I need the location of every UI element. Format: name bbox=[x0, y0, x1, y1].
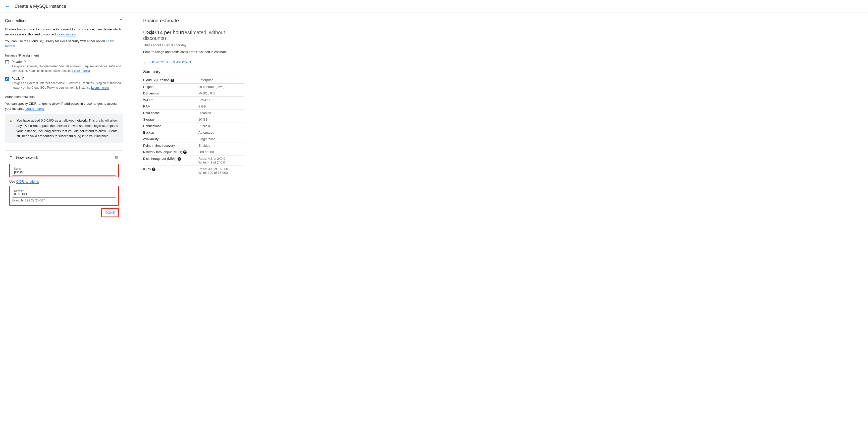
summary-row: Data cacheDisabled bbox=[143, 110, 244, 116]
help-icon[interactable]: ? bbox=[183, 150, 187, 154]
summary-key: DB version bbox=[143, 90, 198, 96]
external-link-icon: ⧉ bbox=[13, 45, 15, 48]
learn-more-link-4[interactable]: Learn more⧉ bbox=[91, 86, 109, 90]
summary-row: Disk throughput (MB/s)?Read: 4.8 of 240.… bbox=[143, 155, 244, 166]
show-cost-breakdown[interactable]: ⌄ SHOW COST BREAKDOWN bbox=[143, 60, 244, 65]
summary-value: MySQL 8.0 bbox=[198, 90, 244, 96]
warning-text: You have added 0.0.0.0/0 as an allowed n… bbox=[17, 118, 119, 139]
cidr-notation-link[interactable]: CIDR notation⧉ bbox=[16, 180, 39, 184]
summary-key: IOPS? bbox=[143, 166, 198, 176]
summary-value: us-central1 (Iowa) bbox=[198, 83, 244, 90]
cidr-text: Use CIDR notation⧉ bbox=[9, 180, 119, 183]
external-link-icon: ⧉ bbox=[107, 86, 109, 89]
warning-icon: ▲ bbox=[9, 119, 12, 123]
external-link-icon: ⧉ bbox=[37, 180, 39, 183]
content: Connections ⌃ Choose how you want your s… bbox=[0, 13, 868, 226]
summary-key: Network throughput (MB/s)? bbox=[143, 149, 198, 155]
new-network-header: ⌃ New network 🗑 bbox=[9, 155, 119, 160]
feature-note: Feature usage and traffic costs aren't i… bbox=[143, 50, 244, 54]
summary-row: DB versionMySQL 8.0 bbox=[143, 90, 244, 96]
back-arrow-icon[interactable]: ← bbox=[5, 3, 10, 9]
left-panel: Connections ⌃ Choose how you want your s… bbox=[5, 18, 123, 221]
summary-row: AvailabilitySingle zone bbox=[143, 135, 244, 142]
auth-networks-title: Authorised networks bbox=[5, 95, 123, 99]
page-title: Create a MySQL instance bbox=[14, 4, 66, 9]
private-ip-checkbox[interactable] bbox=[5, 60, 9, 64]
summary-key: vCPUs bbox=[143, 96, 198, 103]
summary-key: Availability bbox=[143, 135, 198, 142]
summary-value: Disabled bbox=[198, 110, 244, 116]
help-icon[interactable]: ? bbox=[152, 167, 155, 171]
connections-desc-2: You can use the Cloud SQL Proxy for extr… bbox=[5, 39, 123, 49]
summary-key: Point-in-time recovery bbox=[143, 142, 198, 149]
warning-box: ▲ You have added 0.0.0.0/0 as an allowed… bbox=[5, 114, 123, 143]
summary-row: BackupAutomated bbox=[143, 129, 244, 135]
connections-desc-1: Choose how you want your source to conne… bbox=[5, 27, 123, 37]
private-ip-label: Private IP bbox=[11, 60, 123, 64]
private-ip-row: Private IP Assigns an internal, Google-h… bbox=[5, 60, 123, 73]
summary-row: RAM8 GB bbox=[143, 103, 244, 110]
page-header: ← Create a MySQL instance bbox=[0, 0, 868, 13]
new-network-card: ⌃ New network 🗑 Name Use CIDR notation⧉ … bbox=[5, 150, 123, 221]
network-example: Example: 199.27.25.0/24 bbox=[12, 199, 116, 202]
external-link-icon: ⧉ bbox=[74, 33, 76, 36]
summary-key: Connections bbox=[143, 123, 198, 129]
ip-assignment-title: Instance IP assignment bbox=[5, 54, 123, 57]
summary-key: Region bbox=[143, 83, 198, 90]
summary-table: Cloud SQL edition?EnterpriseRegionus-cen… bbox=[143, 77, 244, 176]
summary-row: IOPS?Read: 300 of 15,000Write: 300 of 15… bbox=[143, 166, 244, 176]
summary-key: Cloud SQL edition? bbox=[143, 77, 198, 84]
summary-value: Read: 300 of 15,000Write: 300 of 15,000 bbox=[198, 166, 244, 176]
name-input[interactable] bbox=[14, 170, 114, 174]
chevron-down-icon: ⌄ bbox=[143, 60, 147, 65]
summary-key: Data cache bbox=[143, 110, 198, 116]
pricing-title: Pricing estimate bbox=[143, 18, 244, 24]
right-panel: Pricing estimate US$0.14 per hour(estima… bbox=[143, 18, 244, 221]
summary-row: Storage10 GB bbox=[143, 116, 244, 123]
summary-row: ConnectionsPublic IP bbox=[143, 123, 244, 129]
summary-value: Enabled bbox=[198, 142, 244, 149]
summary-value: Read: 4.8 of 240.0Write: 4.8 of 240.0 bbox=[198, 155, 244, 166]
done-button[interactable]: DONE bbox=[101, 208, 119, 217]
summary-key: Storage bbox=[143, 116, 198, 123]
trash-icon[interactable]: 🗑 bbox=[115, 155, 119, 160]
summary-row: Point-in-time recoveryEnabled bbox=[143, 142, 244, 149]
private-ip-desc: Assigns an internal, Google-hosted VPC I… bbox=[11, 64, 123, 73]
learn-more-link-5[interactable]: Learn more⧉ bbox=[25, 107, 44, 111]
summary-row: Regionus-central1 (Iowa) bbox=[143, 83, 244, 90]
summary-value: 500 of 500 bbox=[198, 149, 244, 155]
connections-title: Connections bbox=[5, 19, 27, 23]
summary-value: Enterprise bbox=[198, 77, 244, 84]
learn-more-link-3[interactable]: Learn more⧉ bbox=[72, 69, 90, 73]
summary-row: Cloud SQL edition?Enterprise bbox=[143, 77, 244, 84]
summary-value: Public IP bbox=[198, 123, 244, 129]
external-link-icon: ⧉ bbox=[88, 69, 90, 72]
chevron-up-icon[interactable]: ⌃ bbox=[9, 155, 13, 160]
public-ip-row: ✓ Public IP Assigns an external, Interne… bbox=[5, 77, 123, 90]
summary-key: Backup bbox=[143, 129, 198, 135]
chevron-up-icon[interactable]: ⌃ bbox=[119, 18, 123, 24]
public-ip-desc: Assigns an external, Internet-accessible… bbox=[11, 81, 123, 90]
external-link-icon: ⧉ bbox=[42, 107, 44, 110]
public-ip-label: Public IP bbox=[11, 77, 123, 80]
help-icon[interactable]: ? bbox=[170, 79, 174, 82]
connections-section-header: Connections ⌃ bbox=[5, 18, 123, 24]
summary-value: 8 GB bbox=[198, 103, 244, 110]
summary-value: 2 vCPU bbox=[198, 96, 244, 103]
summary-value: Single zone bbox=[198, 135, 244, 142]
learn-more-link-1[interactable]: Learn more⧉ bbox=[57, 32, 76, 36]
summary-row: Network throughput (MB/s)?500 of 500 bbox=[143, 149, 244, 155]
network-input[interactable] bbox=[14, 192, 114, 196]
daily-estimate: That's about US$3.38 per day. bbox=[143, 43, 244, 47]
public-ip-checkbox[interactable]: ✓ bbox=[5, 77, 9, 81]
summary-key: Disk throughput (MB/s)? bbox=[143, 155, 198, 166]
summary-row: vCPUs2 vCPU bbox=[143, 96, 244, 103]
name-input-group: Name bbox=[9, 164, 119, 177]
summary-value: Automated bbox=[198, 129, 244, 135]
price-line: US$0.14 per hour(estimated, without disc… bbox=[143, 30, 244, 41]
name-label: Name bbox=[14, 167, 114, 170]
auth-networks-desc: You can specify CIDR ranges to allow IP … bbox=[5, 101, 123, 111]
network-label: Network * bbox=[14, 189, 114, 192]
summary-title: Summary bbox=[143, 69, 244, 74]
help-icon[interactable]: ? bbox=[178, 157, 181, 161]
